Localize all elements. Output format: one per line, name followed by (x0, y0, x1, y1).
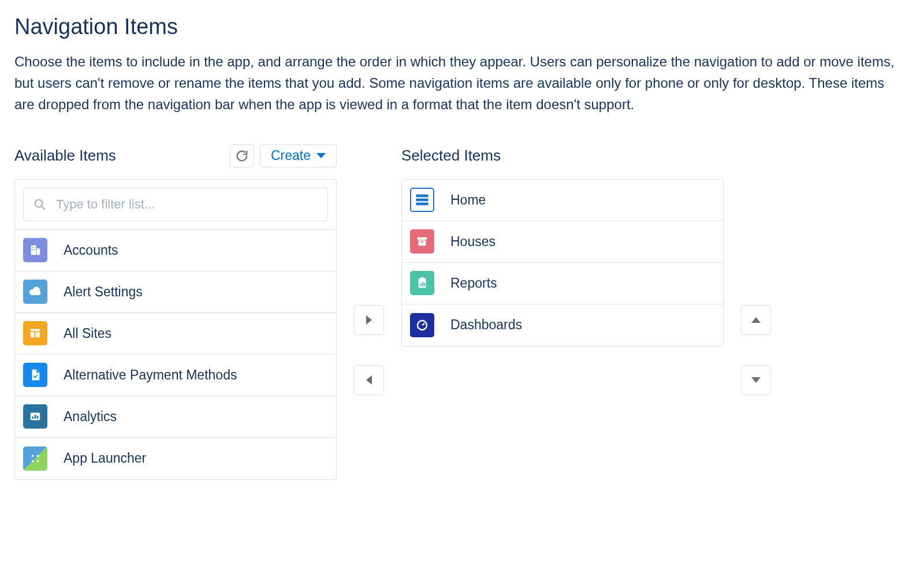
svg-rect-22 (418, 237, 427, 240)
svg-rect-9 (31, 332, 34, 337)
list-item-label: Dashboards (450, 317, 522, 333)
svg-rect-29 (424, 283, 425, 286)
svg-point-17 (32, 460, 34, 462)
svg-rect-10 (35, 332, 40, 337)
svg-rect-7 (34, 249, 35, 250)
list-item-label: Home (450, 192, 486, 208)
available-item-all-sites[interactable]: All Sites (15, 313, 336, 355)
svg-rect-27 (420, 284, 421, 286)
list-item-label: Houses (450, 234, 495, 250)
svg-rect-13 (35, 415, 36, 418)
clipboard-chart-icon (410, 271, 434, 295)
refresh-button[interactable] (230, 144, 254, 168)
create-button[interactable]: Create (260, 144, 337, 168)
list-item-label: App Launcher (64, 451, 146, 466)
analytics-icon (23, 404, 47, 429)
svg-point-18 (37, 460, 39, 462)
cloud-icon (23, 280, 47, 304)
available-item-alert-settings[interactable]: Alert Settings (15, 271, 336, 313)
accounts-icon (23, 238, 47, 262)
selected-item-home[interactable]: Home (402, 180, 723, 221)
available-items-title: Available Items (14, 147, 116, 165)
svg-rect-26 (420, 277, 424, 280)
available-items-column: Available Items Create (14, 143, 337, 480)
remove-from-selected-button[interactable] (354, 365, 384, 395)
available-item-alternative-payment-methods[interactable]: Alternative Payment Methods (15, 355, 336, 396)
svg-line-1 (42, 206, 44, 209)
triangle-right-icon (366, 315, 372, 325)
svg-rect-6 (32, 249, 33, 250)
move-up-button[interactable] (741, 305, 771, 335)
page-title: Navigation Items (14, 14, 910, 39)
triangle-left-icon (366, 375, 372, 385)
svg-rect-3 (37, 248, 40, 255)
selected-items-list: Home Houses Reports Dashboards (401, 179, 724, 347)
filter-input[interactable] (23, 188, 328, 221)
svg-point-15 (32, 455, 34, 457)
apps-icon (23, 446, 47, 471)
svg-rect-28 (422, 282, 423, 286)
list-item-label: Reports (450, 276, 497, 291)
svg-rect-20 (416, 199, 429, 202)
svg-rect-24 (421, 241, 423, 243)
triangle-up-icon (751, 317, 761, 323)
svg-point-16 (37, 455, 39, 457)
document-icon (23, 363, 47, 387)
available-item-app-launcher[interactable]: App Launcher (15, 438, 336, 479)
gauge-icon (410, 313, 434, 337)
move-down-button[interactable] (741, 365, 771, 395)
list-item-label: Alternative Payment Methods (64, 367, 237, 383)
svg-rect-21 (416, 203, 429, 206)
triangle-down-icon (751, 377, 761, 383)
archive-icon (410, 229, 434, 254)
svg-rect-8 (31, 329, 40, 332)
svg-rect-14 (37, 416, 39, 419)
svg-rect-4 (32, 247, 33, 248)
chevron-down-icon (316, 153, 326, 158)
svg-rect-2 (31, 245, 36, 255)
available-items-list: Accounts Alert Settings All Sites Altern… (14, 179, 337, 480)
svg-rect-12 (32, 416, 34, 419)
selected-item-reports[interactable]: Reports (402, 263, 723, 304)
search-icon (33, 198, 46, 211)
refresh-icon (236, 150, 248, 162)
add-to-selected-button[interactable] (354, 305, 384, 335)
selected-items-column: Selected Items Home Houses Reports (401, 143, 724, 347)
layout-icon (23, 321, 47, 345)
list-item-label: Analytics (64, 409, 117, 425)
available-item-accounts[interactable]: Accounts (15, 230, 336, 271)
create-button-label: Create (271, 148, 311, 163)
home-icon (410, 188, 434, 212)
svg-rect-23 (419, 240, 426, 245)
list-item-label: Accounts (64, 243, 118, 258)
svg-rect-5 (34, 247, 35, 248)
selected-items-title: Selected Items (401, 147, 501, 165)
list-item-label: Alert Settings (64, 284, 143, 300)
available-item-analytics[interactable]: Analytics (15, 396, 336, 438)
selected-item-houses[interactable]: Houses (402, 221, 723, 263)
page-description: Choose the items to include in the app, … (14, 51, 904, 116)
svg-rect-19 (416, 195, 429, 198)
selected-item-dashboards[interactable]: Dashboards (402, 304, 723, 346)
list-item-label: All Sites (64, 326, 111, 341)
